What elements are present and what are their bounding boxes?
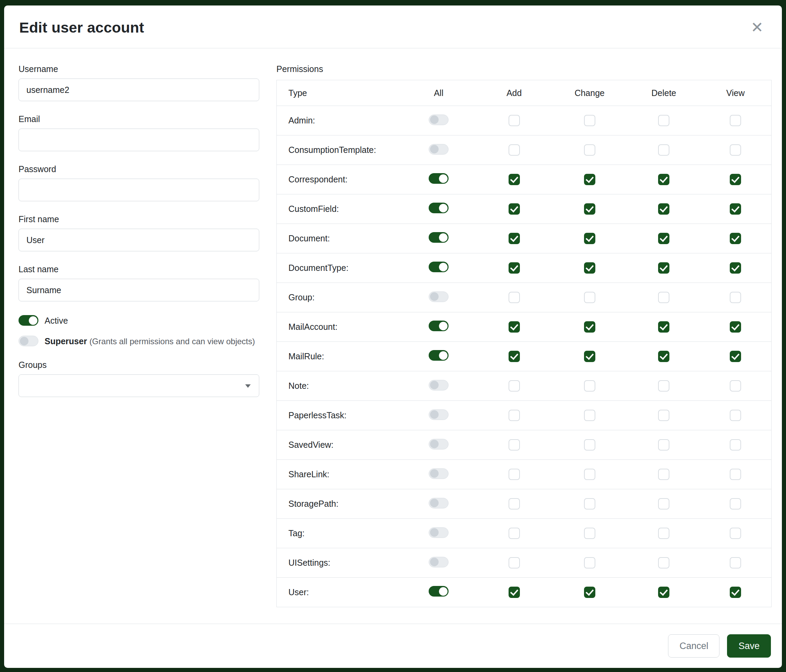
perm-checkbox-add[interactable] <box>509 498 520 509</box>
perm-checkbox-view[interactable] <box>730 587 741 598</box>
perm-checkbox-change[interactable] <box>584 469 595 480</box>
perm-checkbox-change[interactable] <box>584 528 595 539</box>
perm-cell-view <box>700 578 771 607</box>
perm-checkbox-add[interactable] <box>509 233 520 244</box>
perm-toggle-all[interactable] <box>429 439 448 449</box>
groups-select[interactable] <box>19 374 259 397</box>
perm-checkbox-delete[interactable] <box>658 233 670 244</box>
perm-toggle-all[interactable] <box>429 498 448 509</box>
perm-toggle-all[interactable] <box>429 320 448 331</box>
perm-checkbox-delete[interactable] <box>658 321 670 333</box>
perm-checkbox-add[interactable] <box>509 321 520 333</box>
perm-checkbox-delete[interactable] <box>658 410 670 421</box>
perm-checkbox-add[interactable] <box>509 557 520 568</box>
perm-checkbox-delete[interactable] <box>658 498 670 509</box>
perm-checkbox-delete[interactable] <box>658 203 670 215</box>
perm-checkbox-view[interactable] <box>730 203 741 215</box>
perm-checkbox-add[interactable] <box>509 528 520 539</box>
perm-checkbox-change[interactable] <box>584 587 595 598</box>
perm-checkbox-view[interactable] <box>730 469 741 480</box>
perm-toggle-all[interactable] <box>429 468 448 479</box>
perm-checkbox-delete[interactable] <box>658 380 670 391</box>
perm-checkbox-add[interactable] <box>509 469 520 480</box>
username-input[interactable] <box>19 79 259 101</box>
perm-checkbox-delete[interactable] <box>658 115 670 126</box>
first-name-input[interactable] <box>19 229 259 251</box>
perm-checkbox-change[interactable] <box>584 351 595 362</box>
active-toggle[interactable] <box>19 315 38 326</box>
perm-checkbox-change[interactable] <box>584 439 595 451</box>
perm-checkbox-add[interactable] <box>509 144 520 155</box>
perm-cell-add <box>477 371 551 401</box>
perm-checkbox-change[interactable] <box>584 498 595 509</box>
perm-checkbox-change[interactable] <box>584 557 595 568</box>
perm-checkbox-delete[interactable] <box>658 144 670 155</box>
perm-checkbox-add[interactable] <box>509 203 520 215</box>
perm-toggle-all[interactable] <box>429 291 448 302</box>
perm-checkbox-add[interactable] <box>509 380 520 391</box>
perm-toggle-all[interactable] <box>429 115 448 125</box>
perm-checkbox-delete[interactable] <box>658 469 670 480</box>
perm-checkbox-add[interactable] <box>509 262 520 273</box>
perm-toggle-all[interactable] <box>429 144 448 155</box>
perm-checkbox-view[interactable] <box>730 498 741 509</box>
perm-toggle-all[interactable] <box>429 527 448 538</box>
perm-checkbox-view[interactable] <box>730 528 741 539</box>
perm-toggle-all[interactable] <box>429 173 448 184</box>
perm-checkbox-view[interactable] <box>730 144 741 155</box>
perm-checkbox-change[interactable] <box>584 144 595 155</box>
perm-checkbox-add[interactable] <box>509 115 520 126</box>
perm-checkbox-change[interactable] <box>584 380 595 391</box>
perm-checkbox-delete[interactable] <box>658 351 670 362</box>
perm-checkbox-delete[interactable] <box>658 174 670 185</box>
perm-checkbox-view[interactable] <box>730 380 741 391</box>
perm-checkbox-view[interactable] <box>730 233 741 244</box>
perm-checkbox-add[interactable] <box>509 587 520 598</box>
perm-toggle-all[interactable] <box>429 557 448 567</box>
perm-toggle-all[interactable] <box>429 380 448 391</box>
perm-checkbox-add[interactable] <box>509 292 520 303</box>
perm-checkbox-change[interactable] <box>584 292 595 303</box>
perm-checkbox-change[interactable] <box>584 233 595 244</box>
perm-checkbox-change[interactable] <box>584 262 595 273</box>
perm-toggle-all[interactable] <box>429 232 448 243</box>
cancel-button[interactable]: Cancel <box>668 634 720 658</box>
perm-checkbox-delete[interactable] <box>658 528 670 539</box>
perm-checkbox-delete[interactable] <box>658 439 670 451</box>
perm-checkbox-change[interactable] <box>584 410 595 421</box>
perm-checkbox-view[interactable] <box>730 292 741 303</box>
perm-checkbox-view[interactable] <box>730 262 741 273</box>
perm-toggle-all[interactable] <box>429 350 448 361</box>
perm-checkbox-change[interactable] <box>584 115 595 126</box>
perm-toggle-all[interactable] <box>429 203 448 213</box>
perm-checkbox-delete[interactable] <box>658 557 670 568</box>
perm-checkbox-delete[interactable] <box>658 292 670 303</box>
perm-checkbox-view[interactable] <box>730 174 741 185</box>
perm-checkbox-view[interactable] <box>730 557 741 568</box>
perm-checkbox-view[interactable] <box>730 439 741 451</box>
perm-checkbox-change[interactable] <box>584 203 595 215</box>
email-input[interactable] <box>19 129 259 151</box>
perm-toggle-all[interactable] <box>429 409 448 420</box>
perm-checkbox-view[interactable] <box>730 351 741 362</box>
perm-checkbox-view[interactable] <box>730 321 741 333</box>
perm-checkbox-change[interactable] <box>584 174 595 185</box>
perm-checkbox-view[interactable] <box>730 410 741 421</box>
password-input[interactable] <box>19 179 259 201</box>
perm-checkbox-add[interactable] <box>509 351 520 362</box>
password-field-group: Password <box>19 164 259 201</box>
close-icon[interactable]: ✕ <box>748 19 766 36</box>
last-name-input[interactable] <box>19 279 259 301</box>
perm-checkbox-delete[interactable] <box>658 587 670 598</box>
perm-checkbox-view[interactable] <box>730 115 741 126</box>
perm-toggle-all[interactable] <box>429 262 448 272</box>
perm-checkbox-add[interactable] <box>509 174 520 185</box>
perm-toggle-all[interactable] <box>429 586 448 597</box>
save-button[interactable]: Save <box>727 634 771 658</box>
perm-checkbox-add[interactable] <box>509 410 520 421</box>
perm-checkbox-delete[interactable] <box>658 262 670 273</box>
perm-checkbox-add[interactable] <box>509 439 520 451</box>
superuser-toggle[interactable] <box>19 336 38 346</box>
column-header-delete: Delete <box>628 80 700 106</box>
perm-checkbox-change[interactable] <box>584 321 595 333</box>
